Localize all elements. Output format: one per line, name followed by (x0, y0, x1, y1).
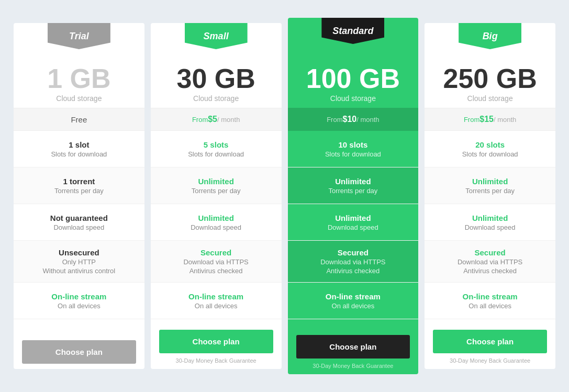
badge-label-big: Big (459, 23, 521, 49)
feature-desc-security-trial: Only HTTP (62, 258, 96, 266)
feature-value-slots-trial: 1 slot (69, 140, 89, 149)
choose-plan-button-trial[interactable]: Choose plan (22, 340, 136, 364)
badge-label-trial: Trial (48, 23, 110, 49)
plan-card-small: Small30 GBCloud storageFrom $5 / month5 … (151, 23, 282, 369)
feature-desc-torrents-big: Torrents per day (465, 187, 515, 195)
feature-speed-big: UnlimitedDownload speed (425, 204, 555, 241)
feature-value-stream-trial: On-line stream (51, 292, 106, 301)
feature-desc-speed-small: Download speed (191, 223, 241, 231)
plan-cta-standard: Choose plan30-Day Money Back Guarantee (288, 324, 419, 374)
feature-desc-slots-big: Slots for download (462, 150, 518, 158)
storage-size-standard: 100 GB (293, 65, 414, 92)
feature-stream-standard: On-line streamOn all devices (288, 283, 419, 319)
feature-desc-stream-big: On all devices (468, 302, 511, 310)
storage-size-big: 250 GB (430, 65, 550, 92)
feature-desc-stream-standard: On all devices (332, 302, 375, 310)
feature-slots-standard: 10 slotsSlots for download (288, 131, 419, 167)
feature-security-trial: UnsecuredOnly HTTPWithout antivirus cont… (14, 241, 144, 283)
feature-value-stream-standard: On-line stream (326, 292, 381, 301)
feature-value-torrents-trial: 1 torrent (63, 177, 95, 186)
storage-size-small: 30 GB (156, 65, 276, 92)
feature-value-slots-standard: 10 slots (338, 140, 367, 149)
plan-storage-standard: 100 GBCloud storage (288, 54, 419, 108)
plan-card-big: Big250 GBCloud storageFrom $15 / month20… (425, 23, 555, 369)
feature-desc-stream-small: On all devices (195, 302, 238, 310)
feature-desc-slots-standard: Slots for download (325, 150, 381, 158)
pricing-table: Trial1 GBCloud storageFree1 slotSlots fo… (10, 23, 559, 369)
plan-price-trial: Free (14, 108, 144, 131)
feature-value-security-small: Secured (200, 248, 231, 257)
feature-slots-trial: 1 slotSlots for download (14, 131, 144, 167)
feature-stream-trial: On-line streamOn all devices (14, 283, 144, 319)
feature-desc-torrents-standard: Torrents per day (328, 187, 377, 195)
storage-label-big: Cloud storage (430, 94, 550, 103)
feature-value-security-big: Secured (475, 248, 506, 257)
plan-badge-small: Small (151, 23, 282, 54)
feature-security-small: SecuredDownload via HTTPSAntivirus check… (151, 241, 282, 283)
feature-slots-big: 20 slotsSlots for download (425, 131, 555, 167)
plan-badge-standard: Standard (288, 18, 419, 54)
feature-desc-torrents-trial: Torrents per day (54, 187, 104, 195)
plan-cta-small: Choose plan30-Day Money Back Guarantee (151, 319, 282, 369)
money-back-standard: 30-Day Money Back Guarantee (313, 363, 393, 369)
storage-label-standard: Cloud storage (293, 94, 414, 103)
plan-price-standard: From $10 / month (288, 108, 419, 131)
feature-value-stream-small: On-line stream (188, 292, 243, 301)
plan-cta-big: Choose plan30-Day Money Back Guarantee (425, 319, 555, 369)
plan-storage-big: 250 GBCloud storage (425, 54, 555, 108)
feature-value-speed-small: Unlimited (198, 214, 233, 222)
badge-label-small: Small (185, 23, 248, 49)
money-back-small: 30-Day Money Back Guarantee (176, 357, 256, 364)
feature-value-speed-standard: Unlimited (335, 214, 371, 222)
feature-desc-security-standard: Download via HTTPS (320, 258, 385, 266)
plan-badge-trial: Trial (14, 23, 144, 54)
feature-desc-security-big: Antivirus checked (463, 267, 517, 275)
feature-value-security-standard: Secured (338, 248, 369, 257)
choose-plan-button-small[interactable]: Choose plan (159, 330, 273, 353)
feature-value-speed-big: Unlimited (472, 214, 508, 222)
feature-value-stream-big: On-line stream (463, 292, 518, 301)
feature-value-slots-big: 20 slots (475, 140, 505, 149)
feature-desc-security-standard: Antivirus checked (326, 267, 380, 275)
feature-value-torrents-small: Unlimited (198, 177, 233, 186)
storage-label-trial: Cloud storage (19, 94, 139, 103)
feature-desc-security-small: Download via HTTPS (183, 258, 248, 266)
feature-torrents-standard: UnlimitedTorrents per day (288, 167, 419, 204)
feature-value-torrents-standard: Unlimited (335, 177, 371, 186)
feature-slots-small: 5 slotsSlots for download (151, 131, 282, 167)
choose-plan-button-standard[interactable]: Choose plan (296, 335, 410, 359)
plan-badge-big: Big (425, 23, 555, 54)
plan-storage-trial: 1 GBCloud storage (14, 54, 144, 108)
feature-torrents-trial: 1 torrentTorrents per day (14, 167, 144, 204)
feature-desc-torrents-small: Torrents per day (192, 187, 241, 195)
feature-stream-small: On-line streamOn all devices (151, 283, 282, 319)
storage-size-trial: 1 GB (19, 65, 139, 92)
feature-desc-speed-big: Download speed (465, 223, 516, 231)
feature-desc-speed-standard: Download speed (328, 223, 378, 231)
feature-value-slots-small: 5 slots (204, 140, 229, 149)
feature-security-big: SecuredDownload via HTTPSAntivirus check… (425, 241, 555, 283)
feature-desc-security-big: Download via HTTPS (458, 258, 522, 266)
feature-desc-slots-small: Slots for download (188, 150, 244, 158)
choose-plan-button-big[interactable]: Choose plan (433, 330, 547, 353)
feature-value-torrents-big: Unlimited (472, 177, 508, 186)
feature-speed-trial: Not guaranteedDownload speed (14, 204, 144, 241)
feature-security-standard: SecuredDownload via HTTPSAntivirus check… (288, 241, 419, 283)
plan-cta-trial: Choose plan (14, 330, 144, 369)
badge-label-standard: Standard (321, 18, 384, 44)
feature-desc-speed-trial: Download speed (53, 223, 104, 231)
feature-desc-security-small: Antivirus checked (189, 267, 243, 275)
plan-storage-small: 30 GBCloud storage (151, 54, 282, 108)
plan-price-big: From $15 / month (425, 108, 555, 131)
money-back-big: 30-Day Money Back Guarantee (450, 357, 530, 364)
feature-desc-security-trial: Without antivirus control (43, 267, 116, 275)
feature-torrents-big: UnlimitedTorrents per day (425, 167, 555, 204)
feature-stream-big: On-line streamOn all devices (425, 283, 555, 319)
feature-speed-small: UnlimitedDownload speed (151, 204, 282, 241)
plan-card-standard: Standard100 GBCloud storageFrom $10 / mo… (288, 18, 419, 374)
plan-card-trial: Trial1 GBCloud storageFree1 slotSlots fo… (14, 23, 144, 369)
feature-desc-stream-trial: On all devices (58, 302, 101, 310)
feature-value-security-trial: Unsecured (59, 248, 99, 257)
feature-desc-slots-trial: Slots for download (51, 150, 107, 158)
storage-label-small: Cloud storage (156, 94, 276, 103)
